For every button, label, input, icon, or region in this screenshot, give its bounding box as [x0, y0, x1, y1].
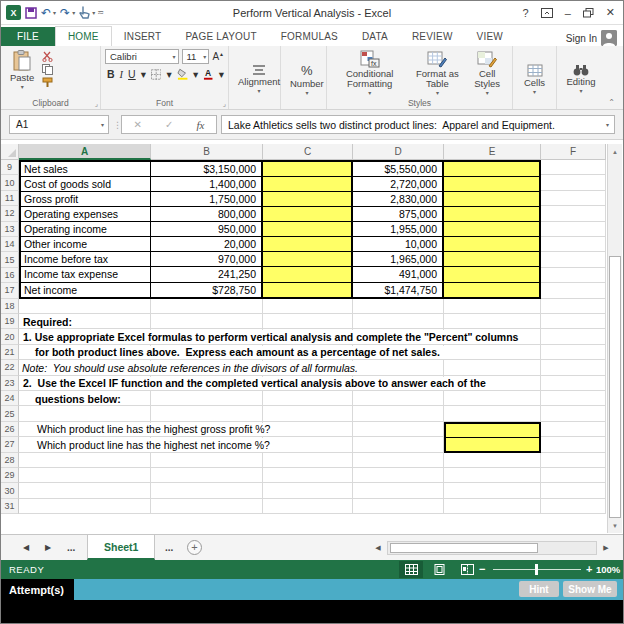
product2-amount-cell[interactable]: $1,474,750 — [353, 283, 444, 297]
close-button[interactable]: ✕ — [606, 6, 615, 19]
product1-percent-input-cell[interactable] — [263, 222, 353, 236]
font-dialog-launcher-icon[interactable]: ⌟ — [223, 100, 226, 108]
product2-amount-cell[interactable]: 491,000 — [353, 267, 444, 281]
row-header-20[interactable]: 20 — [1, 329, 19, 344]
italic-button[interactable]: I — [120, 69, 124, 80]
formula-bar-expand-icon[interactable]: ▾ — [606, 121, 609, 128]
row-header-28[interactable]: 28 — [1, 453, 19, 468]
column-header-e[interactable]: E — [444, 144, 541, 160]
editing-button[interactable]: Editing ▾ — [561, 63, 600, 95]
column-header-b[interactable]: B — [151, 144, 263, 160]
borders-icon[interactable] — [151, 69, 161, 80]
row-header-14[interactable]: 14 — [1, 237, 19, 252]
undo-icon[interactable]: ↶ — [41, 6, 51, 20]
sheet-nav-next-icon[interactable]: ▶ — [45, 535, 51, 560]
redo-dropdown-icon[interactable]: ▾ — [72, 9, 75, 16]
horizontal-scrollbar[interactable] — [387, 541, 597, 555]
row-header-27[interactable]: 27 — [1, 437, 19, 452]
row-header-17[interactable]: 17 — [1, 283, 19, 298]
product2-amount-cell[interactable]: 10,000 — [353, 237, 444, 251]
vertical-scrollbar[interactable]: ▲ ▼ — [607, 144, 622, 533]
product2-percent-input-cell[interactable] — [444, 177, 539, 191]
row-header-29[interactable]: 29 — [1, 468, 19, 483]
product2-amount-cell[interactable]: 1,955,000 — [353, 222, 444, 236]
product1-percent-input-cell[interactable] — [263, 237, 353, 251]
account-label-cell[interactable]: Operating income — [21, 222, 151, 236]
row-header-15[interactable]: 15 — [1, 252, 19, 267]
cut-icon[interactable] — [42, 51, 53, 62]
row-header-18[interactable]: 18 — [1, 299, 19, 314]
product1-percent-input-cell[interactable] — [263, 162, 353, 176]
row-header-13[interactable]: 13 — [1, 222, 19, 237]
product2-percent-input-cell[interactable] — [444, 192, 539, 206]
sign-in[interactable]: Sign In — [566, 30, 623, 46]
name-box-dropdown-icon[interactable]: ▾ — [101, 121, 104, 128]
tab-formulas[interactable]: FORMULAS — [269, 27, 350, 46]
ribbon-display-options-icon[interactable] — [541, 8, 553, 18]
column-header-d[interactable]: D — [353, 144, 444, 160]
collapse-ribbon-icon[interactable]: ⌃ — [608, 98, 615, 107]
new-sheet-button[interactable]: + — [187, 540, 202, 555]
product1-amount-cell[interactable]: 241,250 — [151, 267, 263, 281]
grow-font-icon[interactable]: A▲ — [212, 51, 224, 62]
page-layout-view-button[interactable] — [427, 561, 451, 578]
scroll-up-icon[interactable]: ▲ — [608, 144, 622, 159]
fill-color-icon[interactable] — [177, 68, 188, 80]
font-size-combo[interactable]: 11▾ — [182, 49, 210, 64]
product1-amount-cell[interactable]: 1,400,000 — [151, 177, 263, 191]
account-label-cell[interactable]: Net sales — [21, 162, 151, 176]
row-header-12[interactable]: 12 — [1, 206, 19, 221]
zoom-level[interactable]: 100% — [596, 564, 620, 575]
row-header-21[interactable]: 21 — [1, 345, 19, 360]
product1-amount-cell[interactable]: $728,750 — [151, 283, 263, 297]
tab-file[interactable]: FILE — [1, 27, 55, 46]
restore-button[interactable] — [583, 8, 594, 18]
product2-percent-input-cell[interactable] — [444, 222, 539, 236]
sheet-nav-prev-icon[interactable]: ◀ — [23, 535, 29, 560]
answer-input-gross-profit[interactable] — [446, 424, 539, 438]
select-all-corner[interactable] — [1, 144, 19, 160]
font-color-dropdown-icon[interactable]: ▾ — [219, 68, 224, 80]
tab-insert[interactable]: INSERT — [112, 27, 174, 46]
tab-review[interactable]: REVIEW — [400, 27, 465, 46]
row-header-31[interactable]: 31 — [1, 499, 19, 514]
row-header-10[interactable]: 10 — [1, 175, 19, 190]
tab-view[interactable]: VIEW — [465, 27, 515, 46]
row-header-25[interactable]: 25 — [1, 406, 19, 421]
product2-percent-input-cell[interactable] — [444, 237, 539, 251]
product1-amount-cell[interactable]: 20,000 — [151, 237, 263, 251]
row-header-11[interactable]: 11 — [1, 191, 19, 206]
row-header-22[interactable]: 22 — [1, 360, 19, 375]
worksheet-grid[interactable]: ▲ ▼ ABCDEF910111213141516171819202122232… — [1, 139, 623, 534]
normal-view-button[interactable] — [399, 561, 423, 578]
product1-amount-cell[interactable]: 800,000 — [151, 207, 263, 221]
clipboard-dialog-launcher-icon[interactable]: ⌟ — [95, 100, 98, 108]
enter-icon[interactable]: ✓ — [165, 119, 173, 130]
account-label-cell[interactable]: Cost of goods sold — [21, 177, 151, 191]
undo-dropdown-icon[interactable]: ▾ — [53, 9, 56, 16]
cancel-icon[interactable]: ✕ — [134, 119, 142, 130]
product1-amount-cell[interactable]: 1,750,000 — [151, 192, 263, 206]
product1-percent-input-cell[interactable] — [263, 177, 353, 191]
answer-input-net-income[interactable] — [446, 438, 539, 451]
alignment-button[interactable]: Alignment ▾ — [233, 64, 285, 95]
product2-amount-cell[interactable]: 1,965,000 — [353, 252, 444, 266]
product1-amount-cell[interactable]: 950,000 — [151, 222, 263, 236]
product1-percent-input-cell[interactable] — [263, 207, 353, 221]
product2-amount-cell[interactable]: 2,720,000 — [353, 177, 444, 191]
redo-icon[interactable]: ↷ — [60, 6, 70, 20]
tab-home[interactable]: HOME — [55, 26, 112, 46]
account-label-cell[interactable]: Operating expenses — [21, 207, 151, 221]
tab-data[interactable]: DATA — [350, 27, 400, 46]
touch-mode-icon[interactable] — [79, 6, 90, 19]
tab-page-layout[interactable]: PAGE LAYOUT — [173, 27, 268, 46]
formula-input[interactable]: Lake Athletics sells two distinct produc… — [221, 115, 615, 134]
number-button[interactable]: % Number ▾ — [285, 62, 329, 97]
copy-icon[interactable] — [42, 64, 53, 75]
vertical-scroll-thumb[interactable] — [609, 256, 621, 518]
underline-dropdown-icon[interactable]: ▾ — [141, 68, 146, 80]
save-icon[interactable] — [25, 7, 37, 19]
zoom-out-icon[interactable]: − — [479, 563, 485, 575]
page-break-view-button[interactable] — [455, 561, 479, 578]
product2-amount-cell[interactable]: 2,830,000 — [353, 192, 444, 206]
